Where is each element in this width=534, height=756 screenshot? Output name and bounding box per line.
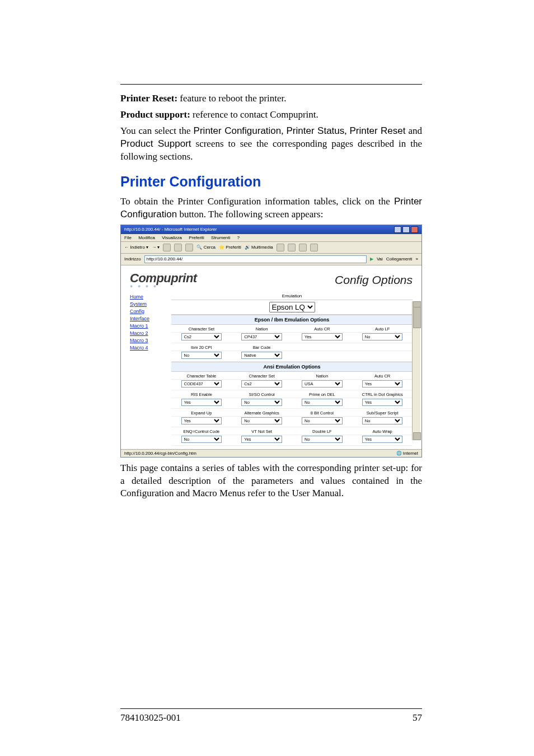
status-right: Internet bbox=[403, 451, 418, 456]
history-icon[interactable] bbox=[277, 244, 284, 251]
page-heading: Config Options bbox=[335, 273, 413, 287]
page-footer: 784103025-001 57 bbox=[120, 708, 422, 724]
nav-home[interactable]: Home bbox=[130, 294, 163, 300]
window-buttons bbox=[394, 226, 418, 233]
address-bar: Indirizzo ▶Vai Collegamenti » bbox=[121, 254, 421, 265]
autolf-select[interactable]: No bbox=[362, 333, 403, 340]
chartable-select[interactable]: CODE437 bbox=[181, 380, 222, 388]
nav-interface[interactable]: Interface bbox=[130, 316, 163, 321]
expand-up-select[interactable]: Yes bbox=[181, 417, 222, 424]
minimize-icon[interactable] bbox=[394, 226, 401, 233]
nav-macro-3[interactable]: Macro 3 bbox=[130, 338, 163, 343]
printer-reset-ref: Printer Reset bbox=[350, 125, 406, 136]
ansi-band: Ansi Emulation Options bbox=[171, 362, 413, 372]
printer-configuration-ref: Printer Configuration bbox=[194, 125, 282, 136]
printer-reset-line: Printer Reset: feature to reboot the pri… bbox=[120, 92, 422, 105]
vtnotset-select[interactable]: Yes bbox=[241, 436, 282, 443]
menu-edit[interactable]: Modifica bbox=[138, 235, 155, 240]
emulation-label: Emulation bbox=[171, 292, 413, 300]
alt-graphics-select[interactable]: No bbox=[241, 417, 282, 424]
ansi-grid: Character Table Character Set Nation Aut… bbox=[171, 372, 413, 446]
select-paragraph: You can select the Printer Configuration… bbox=[120, 125, 422, 164]
siso-select[interactable]: No bbox=[241, 399, 282, 406]
close-icon[interactable] bbox=[411, 226, 418, 233]
epson-ibm-grid: Character Set Nation Auto CR Auto LF Cs2… bbox=[171, 325, 413, 362]
window-titlebar: http://10.0.200.44/ - Microsoft Internet… bbox=[121, 225, 421, 234]
ansi-autocr-select[interactable]: Yes bbox=[362, 380, 403, 388]
stop-icon[interactable] bbox=[163, 244, 171, 251]
autowrap-select[interactable]: Yes bbox=[362, 436, 403, 443]
product-support-label: Product support: bbox=[120, 109, 190, 120]
status-left: http://10.0.200.44/cgi-bin/Config.htm bbox=[124, 451, 196, 456]
ansi-nation-select[interactable]: USA bbox=[302, 380, 343, 388]
print-icon[interactable] bbox=[299, 244, 307, 251]
menubar: File Modifica Visualizza Preferiti Strum… bbox=[121, 234, 421, 242]
menu-tools[interactable]: Strumenti bbox=[211, 235, 230, 240]
epson-ibm-band: Epson / Ibm Emulation Options bbox=[171, 315, 413, 325]
page-body: Compuprint ● ● ● ● Config Options Home S… bbox=[121, 265, 421, 449]
doc-number: 784103025-001 bbox=[120, 712, 181, 724]
mail-icon[interactable] bbox=[288, 244, 296, 251]
top-rule bbox=[120, 84, 422, 85]
favorites-button[interactable]: Preferiti bbox=[226, 245, 241, 250]
subsuper-select[interactable]: No bbox=[362, 417, 403, 424]
window-title: http://10.0.200.44/ - Microsoft Internet… bbox=[124, 227, 217, 232]
printer-reset-text: feature to reboot the printer. bbox=[177, 93, 286, 104]
back-button[interactable]: Indietro bbox=[130, 245, 145, 250]
browser-screenshot: http://10.0.200.44/ - Microsoft Internet… bbox=[120, 225, 422, 458]
section-title: Printer Configuration bbox=[120, 174, 422, 190]
printer-reset-label: Printer Reset: bbox=[120, 93, 177, 104]
autocr-select[interactable]: Yes bbox=[302, 333, 343, 340]
printer-status-ref: Printer Status bbox=[287, 125, 345, 136]
barcode-select[interactable]: Native bbox=[241, 352, 282, 359]
nav-macro-4[interactable]: Macro 4 bbox=[130, 345, 163, 351]
ibm20cpi-select[interactable]: No bbox=[181, 352, 222, 359]
refresh-icon[interactable] bbox=[174, 244, 182, 251]
lead-paragraph: To obtain the Printer Configuration info… bbox=[120, 195, 422, 221]
enq-select[interactable]: No bbox=[181, 436, 222, 443]
nav-macro-2[interactable]: Macro 2 bbox=[130, 330, 163, 336]
nation-select[interactable]: CP437 bbox=[241, 333, 282, 340]
scroll-down-icon[interactable] bbox=[413, 432, 421, 440]
nav-macro-1[interactable]: Macro 1 bbox=[130, 323, 163, 329]
search-button[interactable]: Cerca bbox=[204, 245, 216, 250]
ctrl-dot-select[interactable]: Yes bbox=[362, 399, 403, 406]
maximize-icon[interactable] bbox=[402, 226, 410, 233]
product-support-ref: Product Support bbox=[120, 138, 191, 149]
product-support-line: Product support: reference to contact Co… bbox=[120, 109, 422, 122]
home-icon[interactable] bbox=[185, 244, 193, 251]
tail-paragraph: This page contains a series of tables wi… bbox=[120, 462, 422, 501]
status-bar: http://10.0.200.44/cgi-bin/Config.htm 🌐 … bbox=[121, 449, 421, 457]
doublelf-select[interactable]: No bbox=[302, 436, 343, 443]
ris-select[interactable]: Yes bbox=[181, 399, 222, 406]
links-label: Collegamenti bbox=[386, 256, 413, 262]
menu-view[interactable]: Visualizza bbox=[162, 235, 182, 240]
scrollbar[interactable] bbox=[412, 301, 420, 440]
menu-file[interactable]: File bbox=[124, 235, 132, 240]
menu-help[interactable]: ? bbox=[237, 235, 240, 240]
prime-del-select[interactable]: No bbox=[302, 399, 343, 406]
address-input[interactable] bbox=[144, 255, 367, 263]
edit-icon[interactable] bbox=[310, 244, 318, 251]
multimedia-button[interactable]: Multimedia bbox=[251, 245, 273, 250]
scroll-thumb[interactable] bbox=[413, 307, 421, 328]
menu-favorites[interactable]: Preferiti bbox=[189, 235, 204, 240]
toolbar: ← Indietro ▾ → ▾ 🔍 Cerca ⭐ Preferiti 🔊 M… bbox=[121, 242, 421, 254]
go-button[interactable]: Vai bbox=[377, 256, 383, 262]
nav-system[interactable]: System bbox=[130, 301, 163, 307]
address-label: Indirizzo bbox=[124, 256, 141, 262]
ansi-charset-select[interactable]: Cs2 bbox=[241, 380, 282, 388]
nav-config[interactable]: Config bbox=[130, 309, 163, 314]
charset-select[interactable]: Cs2 bbox=[181, 333, 222, 340]
sidebar-nav: Home System Config Interface Macro 1 Mac… bbox=[130, 292, 163, 446]
page-number: 57 bbox=[413, 712, 422, 724]
emulation-select[interactable]: Epson LQ bbox=[269, 302, 315, 312]
main-panel: Emulation Epson LQ Epson / Ibm Emulation… bbox=[171, 292, 413, 446]
product-support-text: reference to contact Compuprint. bbox=[190, 109, 318, 120]
bit8-select[interactable]: No bbox=[302, 417, 343, 424]
